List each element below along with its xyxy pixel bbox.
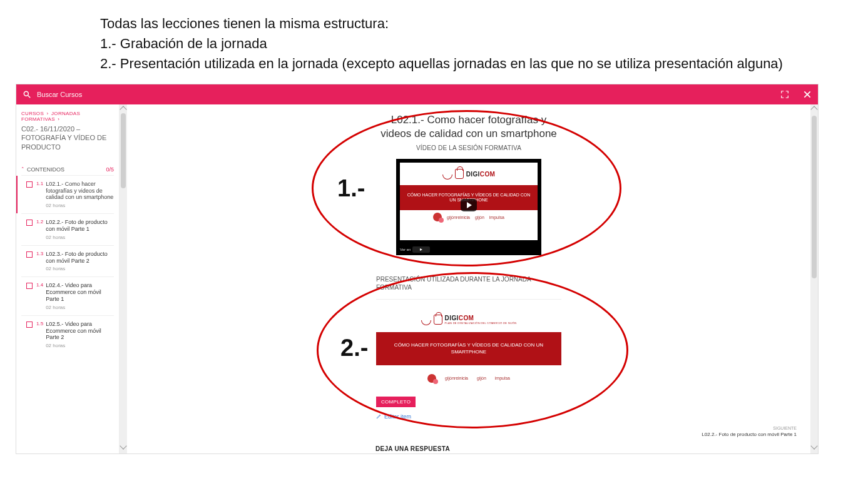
scrollbar-thumb[interactable] xyxy=(812,116,817,278)
pencil-icon xyxy=(376,413,382,419)
sponsor-row: gijónreinicia gijón impulsa xyxy=(400,210,538,224)
close-icon[interactable] xyxy=(803,90,812,99)
breadcrumb-a[interactable]: CURSOS xyxy=(21,111,44,116)
lesson-duration: 02 horas xyxy=(46,235,114,240)
divider xyxy=(376,299,561,300)
breadcrumb[interactable]: CURSOS › JORNADAS FORMATIVAS › xyxy=(21,111,114,122)
lesson-title: L02.3.- Foto de producto con móvil Parte… xyxy=(46,251,114,265)
lesson-title: L02.5.- Video para Ecommerce con móvil P… xyxy=(46,321,114,341)
contents-label: CONTENIDOS xyxy=(27,166,64,173)
sidebar-item-lesson-1[interactable]: 1.1 L02.1.- Como hacer fotografías y vid… xyxy=(21,175,114,213)
scroll-down-icon[interactable] xyxy=(120,442,126,449)
search-input[interactable]: Buscar Cursos xyxy=(37,91,82,98)
uc-logo-icon xyxy=(427,374,436,383)
scrollbar-thumb[interactable] xyxy=(121,113,126,188)
play-icon[interactable] xyxy=(461,199,477,211)
sidebar-item-lesson-4[interactable]: 1.4 L02.4.- Video para Ecommerce con móv… xyxy=(21,276,114,315)
svg-point-0 xyxy=(24,91,28,96)
sponsor-c: impulsa xyxy=(495,376,510,380)
scroll-down-icon[interactable] xyxy=(810,442,817,449)
presentation-section-label: PRESENTACIÓN UTILIZADA DURANTE LA JORNAD… xyxy=(376,275,561,291)
scroll-up-icon[interactable] xyxy=(810,106,817,113)
lesson-title: L02.2.- Foto de producto con móvil Parte… xyxy=(46,219,114,233)
leave-reply-heading: DEJA UNA RESPUESTA xyxy=(375,445,450,452)
chevron-up-icon: ˄ xyxy=(21,166,24,173)
lms-screenshot: Buscar Cursos CURSOS › JORNADAS FORMATIV… xyxy=(16,84,819,454)
intro-line-1: Todas las lecciones tienen la misma estr… xyxy=(100,14,868,34)
lesson-duration: 02 horas xyxy=(46,266,114,271)
presentation-banner-text: CÓMO HACER FOTOGRAFÍAS Y VÍDEOS DE CALID… xyxy=(376,332,561,365)
checkbox-icon[interactable] xyxy=(26,181,33,188)
main-content: L02.1.- Como hacer fotografías y videos … xyxy=(127,104,810,453)
sponsor-c: impulsa xyxy=(489,215,504,220)
lesson-index: 1.3 xyxy=(36,251,43,272)
contents-header[interactable]: ˄CONTENIDOS 0/5 xyxy=(21,166,114,175)
annotation-label-2: 2.- xyxy=(340,335,368,362)
chevron-right-icon: › xyxy=(58,116,59,122)
checkbox-icon[interactable] xyxy=(26,321,33,328)
digicom-logo: DIGICOM PLAN DE DIGITALIZACIÓN DEL COMER… xyxy=(421,315,517,325)
lesson-index: 1.4 xyxy=(36,282,43,310)
edit-item-label: Editar item xyxy=(384,413,411,420)
lesson-index: 1.1 xyxy=(36,181,43,208)
checkbox-icon[interactable] xyxy=(26,251,33,258)
lesson-duration: 02 horas xyxy=(46,305,114,310)
lesson-index: 1.5 xyxy=(36,321,43,348)
complete-button[interactable]: COMPLETO xyxy=(376,397,416,407)
sidebar: CURSOS › JORNADAS FORMATIVAS › C02.- 16/… xyxy=(16,104,120,453)
intro-line-3: 2.- Presentación utilizada en la jornada… xyxy=(100,54,868,74)
lesson-duration: 02 horas xyxy=(46,203,114,208)
sidebar-item-lesson-2[interactable]: 1.2 L02.2.- Foto de producto con móvil P… xyxy=(21,213,114,245)
course-title: C02.- 16/11/2020 – FOTOGRAFÍA Y VÍDEO DE… xyxy=(21,124,114,151)
sponsor-row: gijónreinicia gijón impulsa xyxy=(376,369,561,388)
sidebar-item-lesson-5[interactable]: 1.5 L02.5.- Video para Ecommerce con móv… xyxy=(21,315,114,353)
search-icon[interactable] xyxy=(23,90,31,99)
lesson-duration: 02 horas xyxy=(46,343,114,348)
next-lesson-nav[interactable]: SIGUIENTE L02.2.- Foto de producto con m… xyxy=(702,426,797,437)
youtube-icon xyxy=(412,246,430,253)
sponsor-b: gijón xyxy=(475,215,484,220)
lesson-title: L02.4.- Video para Ecommerce con móvil P… xyxy=(46,282,114,302)
scroll-up-icon[interactable] xyxy=(120,106,126,113)
fullscreen-icon[interactable] xyxy=(780,90,789,99)
page-title: L02.1.- Como hacer fotografías y videos … xyxy=(375,113,563,141)
checkbox-icon[interactable] xyxy=(26,283,33,289)
chevron-right-icon: › xyxy=(47,111,49,116)
lesson-title: L02.1.- Como hacer fotografías y videos … xyxy=(46,181,114,201)
uc-logo-icon xyxy=(433,213,442,221)
digicom-subtitle: PLAN DE DIGITALIZACIÓN DEL COMERCIO DE G… xyxy=(445,321,517,325)
svg-line-1 xyxy=(28,96,31,98)
sidebar-scrollbar[interactable] xyxy=(120,104,127,453)
video-section-label: VÍDEO DE LA SESIÓN FORMATIVA xyxy=(375,144,563,151)
sponsor-a: gijónreinicia xyxy=(445,376,468,380)
sponsor-b: gijón xyxy=(477,376,486,380)
annotation-label-1: 1.- xyxy=(337,175,365,202)
presentation-card[interactable]: DIGICOM PLAN DE DIGITALIZACIÓN DEL COMER… xyxy=(376,307,561,388)
digicom-logo: DIGICOM xyxy=(442,169,496,179)
main-scrollbar[interactable] xyxy=(810,104,818,453)
youtube-watch-on[interactable]: Ver en xyxy=(400,246,430,253)
sidebar-item-lesson-3[interactable]: 1.3 L02.3.- Foto de producto con móvil P… xyxy=(21,245,114,277)
sponsor-a: gijónreinicia xyxy=(447,215,470,220)
next-label: SIGUIENTE xyxy=(702,426,797,430)
topbar: Buscar Cursos xyxy=(16,84,818,104)
intro-line-2: 1.- Grabación de la jornada xyxy=(100,34,868,54)
video-player[interactable]: COMO HACER FOTOGRAFÍAS Y VÍ… DIGICOM CÓM… xyxy=(396,159,541,255)
lesson-index: 1.2 xyxy=(36,219,43,240)
contents-count: 0/5 xyxy=(106,166,114,173)
checkbox-icon[interactable] xyxy=(26,220,33,226)
intro-text: Todas las lecciones tienen la misma estr… xyxy=(0,0,868,80)
watch-on-label: Ver en xyxy=(400,248,411,251)
edit-item-link[interactable]: Editar item xyxy=(376,413,561,420)
next-name: L02.2.- Foto de producto con móvil Parte… xyxy=(702,432,797,437)
